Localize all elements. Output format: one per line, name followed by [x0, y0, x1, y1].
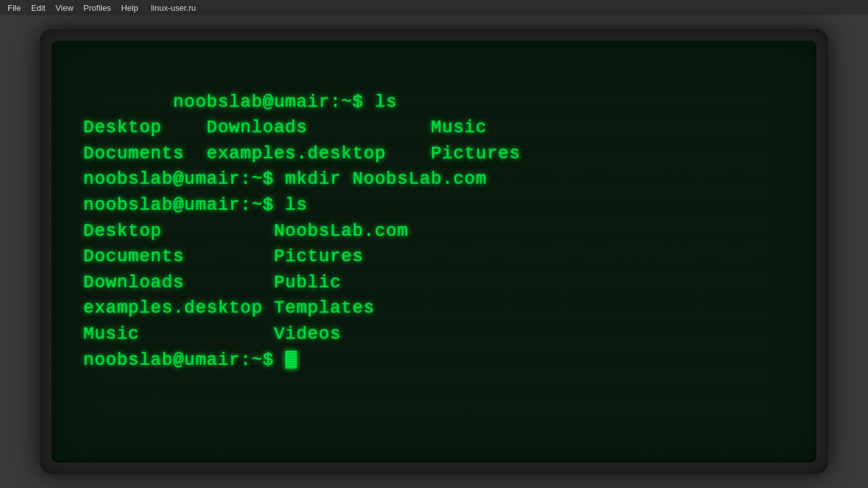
cmd-1: ls	[375, 92, 397, 112]
ls-col2-3: NoobsLab.com	[274, 221, 409, 241]
menu-profiles[interactable]: Profiles	[78, 2, 116, 14]
ls-row-5: Downloads Public	[83, 273, 341, 292]
ls-col1-4: Documents	[83, 247, 274, 266]
ls-col3-2: Pictures	[431, 144, 520, 163]
cmd-2: mkdir NoobsLab.com	[285, 169, 487, 189]
menu-help[interactable]: Help	[116, 2, 144, 14]
ls-row-3: Desktop NoobsLab.com	[83, 221, 409, 241]
ls-col2-6: Templates	[274, 298, 375, 318]
main-area: noobslab@umair:~$ ls Desktop Downloads M…	[0, 15, 868, 488]
ls-col2-7: Videos	[274, 324, 341, 344]
ls-col1-2: Documents	[83, 144, 207, 163]
prompt-2: noobslab@umair:~$	[83, 169, 285, 189]
prompt-3: noobslab@umair:~$	[83, 195, 285, 215]
ls-col3-1: Music	[431, 118, 487, 137]
ls-row-2: Documents examples.desktop Pictures	[83, 144, 520, 163]
ls-col1-1: Desktop	[83, 118, 207, 137]
ls-row-4: Documents Pictures	[83, 247, 363, 266]
ls-col2-4: Pictures	[274, 247, 363, 266]
menu-view[interactable]: View	[50, 2, 78, 14]
ls-col1-6: examples.desktop	[83, 298, 274, 318]
cursor	[285, 351, 297, 369]
menubar: File Edit View Profiles Help linux-user.…	[0, 0, 868, 15]
ls-row-7: Music Videos	[83, 324, 341, 344]
prompt-1: noobslab@umair:~$	[173, 92, 375, 112]
ls-col1-3: Desktop	[83, 221, 274, 241]
ls-col2-2: examples.desktop	[207, 144, 431, 163]
menu-brand: linux-user.ru	[146, 2, 201, 14]
ls-col1-5: Downloads	[83, 273, 274, 292]
cmd-3: ls	[285, 195, 308, 215]
ls-col1-7: Music	[83, 324, 274, 344]
ls-row-6: examples.desktop Templates	[83, 298, 375, 318]
menu-edit[interactable]: Edit	[26, 2, 50, 14]
terminal-content[interactable]: noobslab@umair:~$ ls Desktop Downloads M…	[83, 64, 785, 399]
menu-file[interactable]: File	[3, 2, 26, 14]
monitor-screen[interactable]: noobslab@umair:~$ ls Desktop Downloads M…	[51, 41, 817, 463]
ls-col2-5: Public	[274, 273, 341, 292]
ls-row-1: Desktop Downloads Music	[83, 118, 487, 137]
monitor-outer: noobslab@umair:~$ ls Desktop Downloads M…	[40, 29, 828, 474]
ls-col2-1: Downloads	[207, 118, 431, 137]
prompt-4: noobslab@umair:~$	[83, 350, 285, 370]
